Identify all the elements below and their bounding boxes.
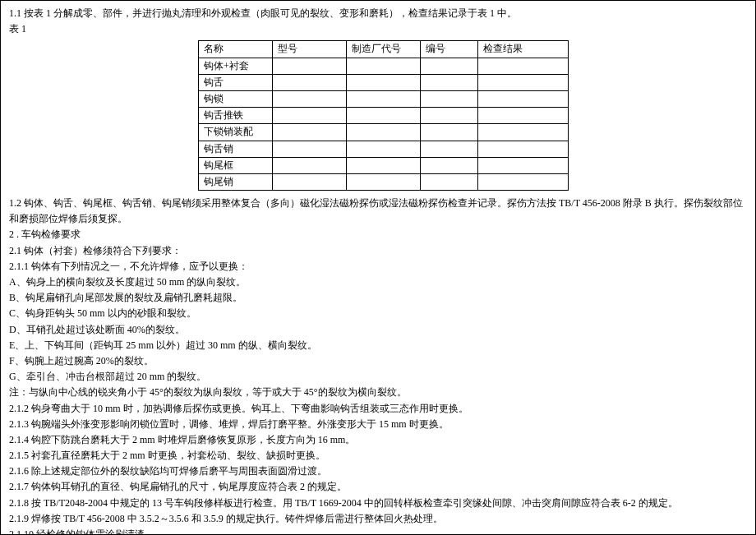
- para-c: C、钩身距钩头 50 mm 以内的砂眼和裂纹。: [9, 306, 747, 321]
- cell: [273, 108, 347, 124]
- para-1-1: 1.1 按表 1 分解成零、部件，并进行抛丸清理和外观检查（肉眼可见的裂纹、变形…: [9, 6, 747, 21]
- cell: [347, 108, 421, 124]
- cell: [273, 157, 347, 173]
- th-no: 编号: [421, 41, 478, 58]
- cell: [347, 58, 421, 74]
- cell: [273, 58, 347, 74]
- cell: [421, 74, 478, 90]
- table-header-row: 名称 型号 制造厂代号 编号 检查结果: [199, 41, 569, 58]
- para-b: B、钩尾扁销孔向尾部发展的裂纹及扁销孔磨耗超限。: [9, 290, 747, 306]
- para-a: A、钩身上的横向裂纹及长度超过 50 mm 的纵向裂纹。: [9, 274, 747, 290]
- para-g: G、牵引台、冲击台根部超过 20 mm 的裂纹。: [9, 369, 747, 385]
- cell: [347, 90, 421, 107]
- table-row: 钩舌: [199, 74, 569, 90]
- para-2-1-4: 2.1.4 钩腔下防跳台磨耗大于 2 mm 时堆焊后磨修恢复原形，长度方向为 1…: [9, 432, 747, 448]
- cell-name: 钩舌: [199, 74, 273, 90]
- cell: [421, 90, 478, 107]
- cell: [273, 74, 347, 90]
- para-1-2: 1.2 钩体、钩舌、钩尾框、钩舌销、钩尾销须采用整体复合（多向）磁化湿法磁粉探伤…: [9, 196, 747, 227]
- cell: [421, 108, 478, 124]
- cell: [273, 141, 347, 157]
- cell-name: 钩舌销: [199, 141, 273, 157]
- cell-name: 钩尾销: [199, 173, 273, 190]
- cell: [478, 90, 569, 107]
- para-2-1-3: 2.1.3 钩腕端头外涨变形影响闭锁位置时，调修、堆焊，焊后打磨平整。外涨变形大…: [9, 417, 747, 432]
- cell: [421, 157, 478, 173]
- para-2-1-2: 2.1.2 钩身弯曲大于 10 mm 时，加热调修后探伤或更换。钩耳上、下弯曲影…: [9, 401, 747, 417]
- th-res: 检查结果: [478, 41, 569, 58]
- cell-name: 钩尾框: [199, 157, 273, 173]
- table-row: 钩尾框: [199, 157, 569, 173]
- table-row: 下锁销装配: [199, 124, 569, 141]
- cell: [273, 173, 347, 190]
- cell-name: 钩锁: [199, 90, 273, 107]
- cell: [273, 90, 347, 107]
- para-d: D、耳销孔处超过该处断面 40%的裂纹。: [9, 322, 747, 338]
- cell: [478, 74, 569, 90]
- cell: [478, 173, 569, 190]
- cell: [347, 124, 421, 141]
- table-1: 名称 型号 制造厂代号 编号 检查结果 钩体+衬套 钩舌 钩锁 钩舌推铁 下锁销…: [198, 40, 569, 191]
- para-2-1: 2.1 钩体（衬套）检修须符合下列要求：: [9, 243, 747, 259]
- cell: [478, 108, 569, 124]
- para-2-1-1: 2.1.1 钩体有下列情况之一，不允许焊修，应予以更换：: [9, 259, 747, 274]
- cell: [421, 141, 478, 157]
- table-row: 钩舌销: [199, 141, 569, 157]
- th-name: 名称: [199, 41, 273, 58]
- cell: [421, 124, 478, 141]
- cell-name: 下锁销装配: [199, 124, 273, 141]
- cell: [347, 141, 421, 157]
- cell-name: 钩体+衬套: [199, 58, 273, 74]
- document-page: 1.1 按表 1 分解成零、部件，并进行抛丸清理和外观检查（肉眼可见的裂纹、变形…: [0, 0, 756, 535]
- para-2-1-10: 2.1.10 经检修的钩体需涂刷清漆。: [9, 527, 747, 535]
- table-row: 钩锁: [199, 90, 569, 107]
- cell-name: 钩舌推铁: [199, 108, 273, 124]
- th-model: 型号: [273, 41, 347, 58]
- cell: [273, 124, 347, 141]
- cell: [421, 173, 478, 190]
- para-2-1-8: 2.1.8 按 TB/T2048-2004 中规定的 13 号车钩段修样板进行检…: [9, 496, 747, 511]
- para-2-1-6: 2.1.6 除上述规定部位外的裂纹缺陷均可焊修后磨平与周围表面圆滑过渡。: [9, 464, 747, 479]
- para-2: 2 . 车钩检修要求: [9, 227, 747, 242]
- table-row: 钩舌推铁: [199, 108, 569, 124]
- cell: [347, 157, 421, 173]
- th-mfg: 制造厂代号: [347, 41, 421, 58]
- table-body: 钩体+衬套 钩舌 钩锁 钩舌推铁 下锁销装配 钩舌销 钩尾框 钩尾销: [199, 58, 569, 191]
- para-note: 注：与纵向中心线的锐夹角小于 45°的裂纹为纵向裂纹，等于或大于 45°的裂纹为…: [9, 385, 747, 400]
- table-1-label: 表 1: [9, 21, 747, 37]
- cell: [478, 58, 569, 74]
- cell: [347, 74, 421, 90]
- para-f: F、钩腕上超过腕高 20%的裂纹。: [9, 353, 747, 369]
- cell: [478, 124, 569, 141]
- cell: [347, 173, 421, 190]
- para-2-1-7: 2.1.7 钩体钩耳销孔的直径、钩尾扁销孔的尺寸，钩尾厚度应符合表 2 的规定。: [9, 479, 747, 495]
- cell: [478, 157, 569, 173]
- cell: [421, 58, 478, 74]
- cell: [478, 141, 569, 157]
- para-e: E、上、下钩耳间（距钩耳 25 mm 以外）超过 30 mm 的纵、横向裂纹。: [9, 338, 747, 353]
- para-2-1-9: 2.1.9 焊修按 TB/T 456-2008 中 3.5.2～3.5.6 和 …: [9, 511, 747, 527]
- table-row: 钩体+衬套: [199, 58, 569, 74]
- para-2-1-5: 2.1.5 衬套孔直径磨耗大于 2 mm 时更换，衬套松动、裂纹、缺损时更换。: [9, 448, 747, 464]
- table-row: 钩尾销: [199, 173, 569, 190]
